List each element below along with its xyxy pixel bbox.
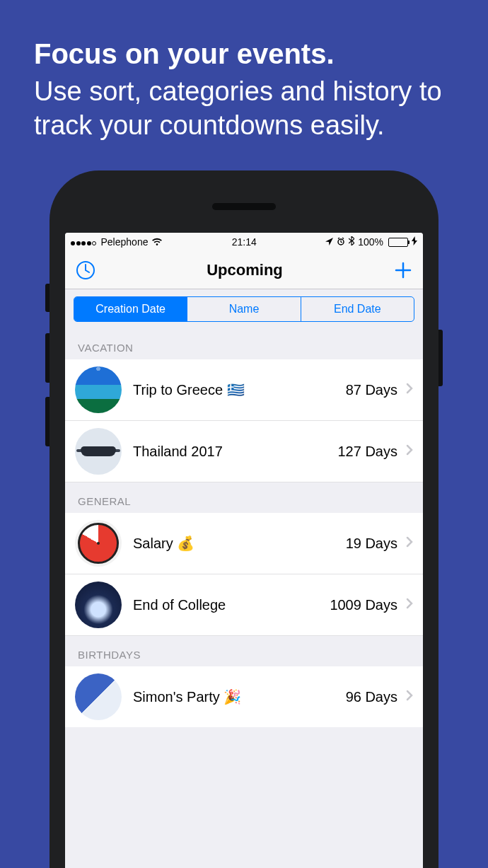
promo-subtitle: Use sort, categories and history to trac… — [34, 75, 454, 142]
phone-speaker — [212, 203, 276, 210]
carrier-label: Pelephone — [101, 236, 149, 248]
event-days: 87 Days — [346, 382, 397, 398]
page-title: Upcoming — [207, 261, 283, 279]
event-title: Simon's Party 🎉 — [133, 688, 346, 705]
event-avatar — [75, 673, 122, 720]
segment-name[interactable]: Name — [187, 297, 300, 321]
phone-frame: Pelephone 21:14 100% — [50, 170, 438, 868]
sort-segmented: Creation Date Name End Date — [74, 296, 414, 322]
section-header-birthdays: BIRTHDAYS — [65, 636, 423, 666]
segmented-wrapper: Creation Date Name End Date — [65, 289, 423, 329]
phone-side-button — [45, 333, 50, 383]
event-avatar — [75, 581, 122, 628]
segment-end-date[interactable]: End Date — [301, 297, 414, 321]
countdown-row[interactable]: Thailand 2017 127 Days — [65, 421, 423, 482]
phone-side-button — [45, 284, 50, 312]
phone-screen: Pelephone 21:14 100% — [65, 233, 423, 868]
event-days: 96 Days — [346, 689, 397, 705]
event-avatar — [75, 428, 122, 475]
add-button[interactable] — [393, 260, 413, 280]
countdown-row[interactable]: End of College 1009 Days — [65, 574, 423, 636]
section-header-vacation: VACATION — [65, 329, 423, 359]
alarm-icon — [337, 236, 345, 248]
event-days: 1009 Days — [330, 597, 397, 613]
history-button[interactable] — [75, 260, 96, 281]
wifi-icon — [151, 238, 163, 246]
charging-icon — [412, 236, 417, 248]
phone-side-button — [438, 330, 443, 386]
chevron-right-icon — [406, 690, 413, 705]
promo-block: Focus on your events. Use sort, categori… — [0, 0, 488, 142]
battery-icon — [387, 238, 408, 247]
event-avatar — [75, 366, 122, 413]
phone-side-button — [45, 397, 50, 446]
countdown-row[interactable]: Simon's Party 🎉 96 Days — [65, 666, 423, 727]
event-days: 127 Days — [338, 444, 398, 460]
section-header-general: GENERAL — [65, 482, 423, 513]
statusbar: Pelephone 21:14 100% — [65, 233, 423, 251]
segment-creation-date[interactable]: Creation Date — [74, 297, 187, 321]
event-title: End of College — [133, 597, 330, 613]
signal-dots-icon — [71, 236, 98, 248]
statusbar-time: 21:14 — [232, 236, 257, 248]
event-days: 19 Days — [346, 536, 397, 552]
chevron-right-icon — [406, 536, 413, 551]
navbar: Upcoming — [65, 251, 423, 289]
chevron-right-icon — [406, 444, 413, 459]
countdown-row[interactable]: Salary 💰 19 Days — [65, 513, 423, 574]
event-title: Salary 💰 — [133, 535, 346, 552]
bluetooth-icon — [349, 236, 354, 248]
chevron-right-icon — [406, 598, 413, 613]
chevron-right-icon — [406, 383, 413, 398]
location-icon — [325, 236, 333, 248]
countdown-row[interactable]: Trip to Greece 🇬🇷 87 Days — [65, 359, 423, 421]
promo-title: Focus on your events. — [34, 37, 454, 71]
battery-pct: 100% — [358, 236, 383, 248]
event-title: Trip to Greece 🇬🇷 — [133, 381, 346, 398]
event-title: Thailand 2017 — [133, 444, 338, 460]
event-avatar — [75, 520, 122, 567]
